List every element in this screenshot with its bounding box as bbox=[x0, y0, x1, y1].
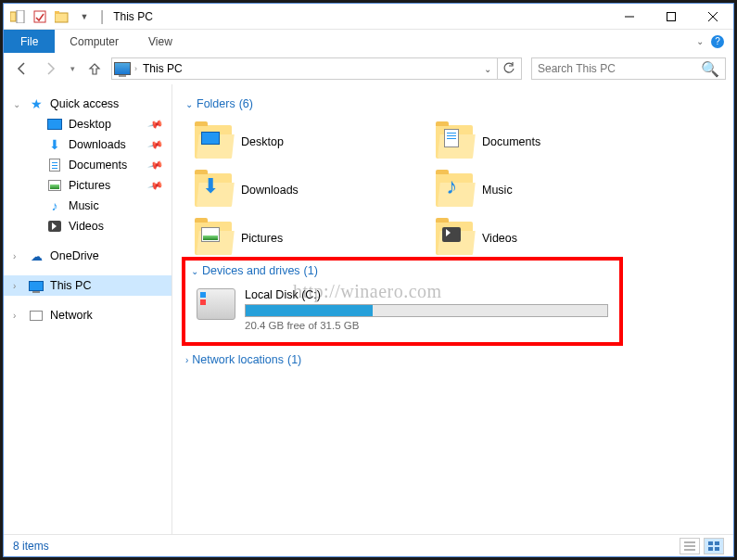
tree-label: Pictures bbox=[69, 179, 110, 192]
tab-file[interactable]: File bbox=[4, 30, 55, 53]
desktop-icon bbox=[46, 117, 63, 132]
maximize-button[interactable] bbox=[650, 4, 692, 30]
ribbon-expand-icon[interactable]: ⌄ bbox=[696, 36, 704, 46]
drive-local-c[interactable]: Local Disk (C:) 20.4 GB free of 31.5 GB … bbox=[191, 285, 614, 335]
svg-rect-2 bbox=[34, 11, 45, 22]
address-segment[interactable]: This PC bbox=[141, 62, 184, 75]
drive-name: Local Disk (C:) bbox=[245, 288, 608, 301]
tree-this-pc[interactable]: ›This PC bbox=[4, 275, 172, 296]
folders-grid: Desktop Documents ⬇ Downloads ♪ Music Pi… bbox=[185, 118, 720, 262]
folder-icon bbox=[436, 222, 473, 255]
highlight-box: ⌄ Devices and drives (1) Local Disk (C:)… bbox=[182, 257, 623, 346]
tree-item-videos[interactable]: Videos bbox=[22, 216, 172, 236]
refresh-button[interactable] bbox=[497, 57, 519, 80]
help-icon[interactable]: ? bbox=[711, 35, 724, 48]
view-large-icons-button[interactable] bbox=[704, 538, 724, 554]
quick-access-toolbar: ▼ bbox=[4, 6, 98, 27]
section-count: (6) bbox=[239, 97, 253, 110]
chevron-right-icon[interactable]: › bbox=[13, 251, 24, 261]
search-input[interactable] bbox=[538, 62, 701, 75]
downloads-icon: ⬇ bbox=[46, 137, 63, 152]
folder-pictures[interactable]: Pictures bbox=[185, 214, 426, 262]
app-icon[interactable] bbox=[7, 6, 28, 27]
chevron-right-icon: › bbox=[185, 355, 188, 365]
ribbon-tabs: File Computer View ⌄ ? bbox=[4, 30, 733, 53]
tree-label: Music bbox=[69, 199, 99, 212]
folder-videos[interactable]: Videos bbox=[426, 214, 667, 262]
nav-up-button[interactable] bbox=[83, 57, 106, 80]
status-bar: 8 items bbox=[4, 534, 733, 556]
folder-documents[interactable]: Documents bbox=[426, 118, 667, 166]
section-label: Network locations bbox=[192, 353, 284, 366]
chevron-right-icon[interactable]: › bbox=[13, 311, 24, 321]
tree-label: This PC bbox=[50, 279, 91, 292]
folder-desktop[interactable]: Desktop bbox=[185, 118, 426, 166]
address-chevron-icon[interactable]: › bbox=[134, 64, 137, 73]
nav-recent-dropdown[interactable]: ▾ bbox=[67, 57, 78, 80]
cloud-icon: ☁ bbox=[28, 248, 44, 263]
section-netloc-header[interactable]: › Network locations (1) bbox=[185, 353, 720, 366]
svg-rect-0 bbox=[10, 12, 16, 21]
new-folder-icon[interactable] bbox=[52, 6, 72, 27]
svg-rect-4 bbox=[55, 11, 59, 14]
minimize-button[interactable] bbox=[608, 4, 650, 30]
folder-label: Desktop bbox=[241, 135, 284, 148]
tree-network[interactable]: ›Network bbox=[4, 305, 172, 325]
navigation-pane: ⌄ ★ Quick access Desktop📌 ⬇Downloads📌 Do… bbox=[4, 84, 172, 534]
nav-row: ▾ › This PC ⌄ 🔍 bbox=[4, 53, 733, 84]
section-folders-header[interactable]: ⌄ Folders (6) bbox=[185, 97, 720, 110]
nav-forward-button[interactable] bbox=[39, 57, 61, 80]
section-label: Folders bbox=[197, 97, 235, 110]
tree-onedrive[interactable]: ›☁OneDrive bbox=[4, 246, 172, 266]
tree-item-music[interactable]: ♪Music bbox=[22, 196, 172, 216]
view-details-button[interactable] bbox=[680, 538, 700, 554]
section-count: (1) bbox=[287, 353, 301, 366]
address-dropdown-icon[interactable]: ⌄ bbox=[484, 64, 493, 74]
tree-quick-access[interactable]: ⌄ ★ Quick access bbox=[4, 94, 172, 114]
tab-view[interactable]: View bbox=[133, 30, 187, 53]
folder-icon: ♪ bbox=[436, 173, 473, 207]
address-bar[interactable]: › This PC ⌄ bbox=[111, 57, 522, 80]
tree-item-pictures[interactable]: Pictures📌 bbox=[22, 175, 172, 196]
svg-rect-1 bbox=[17, 10, 24, 23]
section-count: (1) bbox=[304, 264, 318, 277]
chevron-right-icon[interactable]: › bbox=[13, 281, 24, 291]
svg-rect-12 bbox=[708, 541, 713, 545]
folder-label: Downloads bbox=[241, 184, 299, 197]
properties-icon[interactable] bbox=[30, 6, 50, 27]
documents-icon bbox=[46, 158, 63, 172]
nav-back-button[interactable] bbox=[11, 57, 33, 80]
titlebar: ▼ | This PC bbox=[4, 4, 733, 30]
folder-downloads[interactable]: ⬇ Downloads bbox=[185, 166, 426, 214]
address-pc-icon bbox=[114, 61, 131, 76]
music-icon: ♪ bbox=[46, 198, 63, 213]
pin-icon: 📌 bbox=[147, 177, 165, 194]
tree-label: Desktop bbox=[69, 118, 111, 131]
videos-icon bbox=[46, 219, 63, 234]
pin-icon: 📌 bbox=[147, 116, 165, 133]
tab-computer[interactable]: Computer bbox=[55, 30, 133, 53]
tree-item-downloads[interactable]: ⬇Downloads📌 bbox=[22, 134, 172, 155]
star-icon: ★ bbox=[28, 96, 44, 111]
folder-label: Pictures bbox=[241, 232, 283, 245]
svg-rect-14 bbox=[708, 547, 713, 551]
folder-icon bbox=[436, 125, 473, 159]
chevron-down-icon[interactable]: ⌄ bbox=[13, 99, 24, 109]
chevron-down-icon: ⌄ bbox=[191, 266, 198, 276]
search-box[interactable]: 🔍 bbox=[531, 57, 726, 80]
pin-icon: 📌 bbox=[147, 136, 165, 153]
tree-item-desktop[interactable]: Desktop📌 bbox=[22, 114, 172, 134]
tree-label: OneDrive bbox=[50, 249, 99, 262]
explorer-window: ▼ | This PC File Computer View ⌄ ? ▾ › T… bbox=[3, 3, 734, 557]
search-icon: 🔍 bbox=[701, 60, 719, 78]
qat-dropdown-icon[interactable]: ▼ bbox=[74, 6, 95, 27]
folder-music[interactable]: ♪ Music bbox=[426, 166, 667, 214]
svg-rect-13 bbox=[715, 541, 719, 545]
tree-item-documents[interactable]: Documents📌 bbox=[22, 155, 172, 175]
tree-label: Documents bbox=[69, 159, 127, 172]
close-button[interactable] bbox=[692, 4, 733, 30]
section-drives-header[interactable]: ⌄ Devices and drives (1) bbox=[191, 264, 614, 277]
tree-label: Quick access bbox=[50, 97, 119, 110]
drive-free-text: 20.4 GB free of 31.5 GB bbox=[245, 320, 608, 331]
pc-icon bbox=[28, 278, 44, 293]
